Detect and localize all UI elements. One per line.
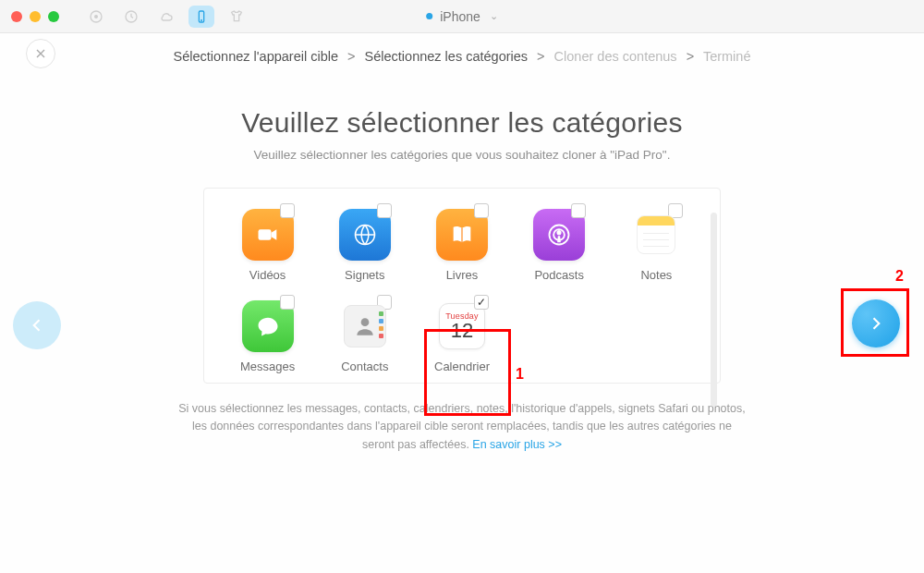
- breadcrumb-step4: Terminé: [703, 49, 751, 64]
- traffic-lights: [11, 11, 59, 22]
- next-button[interactable]: [852, 299, 900, 347]
- category-messages[interactable]: Messages: [226, 300, 309, 373]
- checkbox[interactable]: [377, 203, 392, 218]
- breadcrumb-step1: Sélectionnez l'appareil cible: [174, 49, 339, 64]
- chevron-down-icon: ⌄: [490, 10, 498, 22]
- annotation-label-2: 2: [895, 268, 904, 285]
- device-status-dot: [426, 13, 432, 19]
- tab-cloud-icon[interactable]: [153, 6, 179, 28]
- contacts-icon: [339, 300, 391, 352]
- categories-panel: Vidéos Signets Livres: [203, 188, 721, 384]
- category-label: Podcasts: [518, 268, 601, 282]
- breadcrumb: Sélectionnez l'appareil cible > Sélectio…: [174, 49, 751, 64]
- window-minimize-button[interactable]: [30, 11, 41, 22]
- calendar-day-number: 12: [451, 321, 473, 341]
- device-selector[interactable]: iPhone ⌄: [426, 9, 498, 24]
- category-label: Livres: [420, 268, 503, 282]
- breadcrumb-separator: >: [537, 49, 544, 64]
- category-videos[interactable]: Vidéos: [226, 209, 309, 282]
- window-close-button[interactable]: [11, 11, 22, 22]
- window-maximize-button[interactable]: [48, 11, 59, 22]
- categories-grid: Vidéos Signets Livres: [226, 209, 698, 373]
- breadcrumb-step3: Cloner des contenus: [554, 49, 677, 64]
- checkbox[interactable]: ✓: [474, 295, 489, 310]
- learn-more-link[interactable]: En savoir plus >>: [472, 438, 562, 451]
- checkbox[interactable]: [474, 203, 489, 218]
- checkbox[interactable]: [280, 203, 295, 218]
- toolbar-tabs: [83, 6, 249, 28]
- tab-device-icon[interactable]: [188, 6, 214, 28]
- scrollbar[interactable]: [711, 213, 717, 407]
- breadcrumb-step2: Sélectionnez les catégories: [365, 49, 529, 64]
- page-title: Veuillez sélectionner les catégories: [0, 107, 924, 139]
- prev-button[interactable]: [13, 301, 61, 349]
- tab-apparel-icon[interactable]: [224, 6, 249, 28]
- category-label: Notes: [615, 268, 698, 282]
- svg-rect-5: [258, 229, 271, 240]
- category-contacts[interactable]: Contacts: [323, 300, 406, 373]
- breadcrumb-bar: Sélectionnez l'appareil cible > Sélectio…: [0, 33, 924, 79]
- main: Veuillez sélectionner les catégories Veu…: [0, 79, 924, 454]
- tab-history-icon[interactable]: [118, 6, 144, 28]
- titlebar: iPhone ⌄: [0, 0, 924, 33]
- checkbox[interactable]: [280, 295, 295, 310]
- breadcrumb-separator: >: [687, 49, 694, 64]
- breadcrumb-separator: >: [347, 49, 355, 64]
- category-label: Vidéos: [226, 268, 309, 282]
- footnote-text: Si vous sélectionnez les messages, conta…: [178, 402, 745, 451]
- footnote: Si vous sélectionnez les messages, conta…: [176, 400, 748, 454]
- category-books[interactable]: Livres: [420, 209, 503, 282]
- category-bookmarks[interactable]: Signets: [323, 209, 406, 282]
- device-name: iPhone: [440, 9, 480, 24]
- annotation-label-1: 1: [516, 366, 524, 383]
- category-notes[interactable]: Notes: [615, 209, 698, 282]
- svg-point-4: [201, 19, 202, 20]
- category-label: Calendrier: [420, 360, 503, 373]
- category-label: Signets: [323, 268, 406, 282]
- tab-media-icon[interactable]: [83, 6, 109, 28]
- checkbox[interactable]: [571, 203, 586, 218]
- category-label: Contacts: [323, 360, 406, 373]
- svg-point-1: [95, 15, 98, 18]
- category-calendar[interactable]: ✓ Tuesday 12 Calendrier: [420, 300, 503, 373]
- category-podcasts[interactable]: Podcasts: [518, 209, 601, 282]
- category-label: Messages: [226, 360, 309, 373]
- svg-point-11: [360, 318, 369, 326]
- page-subtitle: Veuillez sélectionner les catégories que…: [0, 148, 924, 162]
- close-button[interactable]: [26, 39, 55, 68]
- svg-point-10: [558, 231, 561, 234]
